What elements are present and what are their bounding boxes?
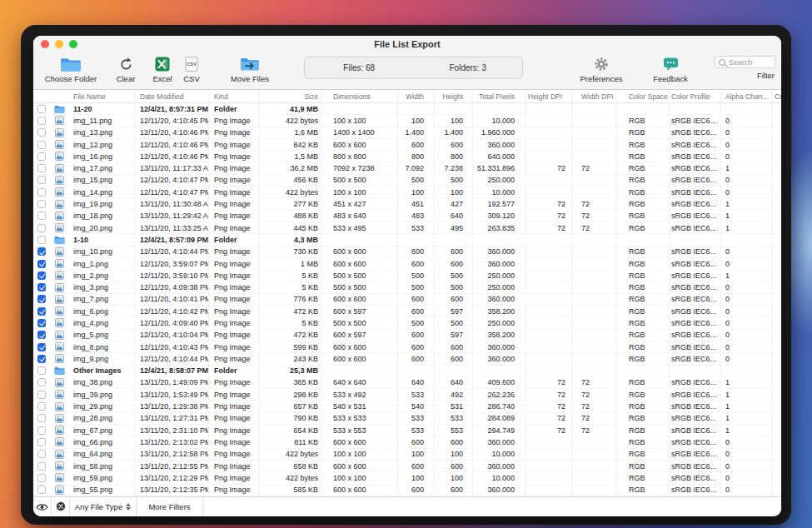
file-row[interactable]: img_19.png13/11/20, 11:30:48 AMPng Image… bbox=[33, 198, 781, 210]
row-checkbox[interactable] bbox=[37, 426, 46, 435]
file-row[interactable]: img_58.png13/11/20, 2:12:55 PMPng Image6… bbox=[33, 461, 781, 472]
row-checkbox[interactable] bbox=[37, 224, 46, 232]
row-checkbox[interactable] bbox=[37, 164, 46, 172]
file-type-dropdown[interactable]: Any File Type bbox=[70, 497, 137, 516]
more-filters-button[interactable]: More Filters bbox=[137, 497, 203, 516]
clear-button[interactable]: Clear bbox=[108, 55, 143, 87]
file-row[interactable]: img_14.png12/11/20, 4:10:47 PMPng Image4… bbox=[33, 187, 781, 198]
row-checkbox[interactable] bbox=[37, 486, 46, 494]
column-header-color-space[interactable]: Color Space bbox=[616, 90, 670, 102]
file-row[interactable]: img_55.png13/11/20, 2:12:35 PMPng Image5… bbox=[33, 485, 781, 496]
row-checkbox[interactable] bbox=[37, 450, 46, 458]
clear-filters-button[interactable] bbox=[52, 497, 70, 516]
file-row[interactable]: img_38.png13/11/20, 1:49:09 PMPng Image3… bbox=[33, 377, 781, 389]
csv-export-button[interactable]: CSV CSV bbox=[177, 55, 207, 87]
visibility-toggle[interactable] bbox=[33, 497, 52, 516]
column-header-col-0[interactable] bbox=[33, 90, 50, 102]
minimize-button[interactable] bbox=[55, 40, 63, 48]
row-checkbox[interactable] bbox=[37, 355, 46, 363]
row-checkbox[interactable] bbox=[37, 247, 46, 256]
row-checkbox[interactable] bbox=[37, 141, 46, 149]
row-checkbox[interactable] bbox=[37, 331, 46, 339]
move-files-button[interactable]: Move Files bbox=[223, 55, 276, 87]
column-header-width[interactable]: Width bbox=[398, 90, 435, 102]
column-header-cr[interactable]: Cr... bbox=[773, 90, 781, 102]
file-row[interactable]: img_8.png12/11/20, 4:10:43 PMPng Image59… bbox=[33, 341, 781, 353]
row-checkbox[interactable] bbox=[37, 152, 46, 161]
file-row[interactable]: img_64.png13/11/20, 2:12:58 PMPng Image4… bbox=[33, 449, 781, 461]
row-checkbox[interactable] bbox=[37, 295, 46, 303]
row-checkbox[interactable] bbox=[37, 236, 46, 244]
row-checkbox[interactable] bbox=[37, 438, 46, 446]
file-row[interactable]: img_7.png12/11/20, 4:10:41 PMPng Image77… bbox=[33, 294, 781, 306]
choose-folder-button[interactable]: Choose Folder bbox=[42, 55, 100, 87]
file-row[interactable]: img_1.png12/11/20, 3:59:07 PMPng Image1 … bbox=[33, 258, 781, 270]
column-header-size[interactable]: Size bbox=[260, 90, 321, 102]
zoom-button[interactable] bbox=[69, 40, 77, 48]
row-checkbox[interactable] bbox=[37, 128, 46, 137]
file-row[interactable]: img_18.png13/11/20, 11:29:42 AMPng Image… bbox=[33, 211, 781, 222]
row-checkbox[interactable] bbox=[37, 474, 46, 482]
row-checkbox[interactable] bbox=[37, 414, 46, 422]
file-row[interactable]: img_4.png12/11/20, 4:09:40 PMPng Image5 … bbox=[33, 317, 781, 329]
file-row[interactable]: img_39.png13/11/20, 1:53:49 PMPng Image2… bbox=[33, 389, 781, 401]
file-row[interactable]: img_2.png12/11/20, 3:59:10 PMPng Image5 … bbox=[33, 270, 781, 281]
row-checkbox[interactable] bbox=[37, 343, 46, 351]
file-row[interactable]: img_16.png12/11/20, 4:10:46 PMPng Image1… bbox=[33, 151, 781, 162]
column-header-total-pixels[interactable]: Total Pixels bbox=[473, 90, 526, 102]
row-checkbox[interactable] bbox=[37, 117, 46, 125]
file-row[interactable]: img_67.png13/11/20, 2:31:10 PMPng Image6… bbox=[33, 425, 781, 436]
row-checkbox[interactable] bbox=[37, 378, 46, 386]
column-header-height-dpi[interactable]: Height DPI bbox=[526, 90, 573, 102]
row-checkbox[interactable] bbox=[37, 402, 46, 411]
row-checkbox[interactable] bbox=[37, 366, 46, 375]
file-row[interactable]: img_6.png12/11/20, 4:10:42 PMPng Image47… bbox=[33, 306, 781, 317]
row-checkbox[interactable] bbox=[37, 105, 46, 113]
folder-row[interactable]: 1-1012/4/21, 8:57:09 PMFolder4,3 MB bbox=[33, 234, 781, 246]
file-row[interactable]: img_3.png12/11/20, 4:09:38 PMPng Image5 … bbox=[33, 281, 781, 293]
preferences-button[interactable]: Preferences bbox=[575, 55, 628, 87]
column-header-alpha-chan[interactable]: Alpha Chan... bbox=[721, 90, 773, 102]
row-checkbox[interactable] bbox=[37, 307, 46, 316]
file-row[interactable]: img_9.png12/11/20, 4:10:44 PMPng Image24… bbox=[33, 353, 781, 365]
row-checkbox[interactable] bbox=[37, 176, 46, 184]
file-row[interactable]: img_17.png13/11/20, 11:17:33 AMPng Image… bbox=[33, 162, 781, 174]
file-row[interactable]: img_59.png13/11/20, 2:12:29 PMPng Image4… bbox=[33, 472, 781, 484]
row-checkbox[interactable] bbox=[37, 200, 46, 208]
file-row[interactable]: img_20.png13/11/20, 11:33:25 AMPng Image… bbox=[33, 222, 781, 234]
cell-size: 422 bytes bbox=[260, 115, 321, 126]
file-row[interactable]: img_5.png12/11/20, 4:10:04 PMPng Image47… bbox=[33, 330, 781, 341]
cell-width bbox=[398, 234, 435, 245]
column-header-kind[interactable]: Kind bbox=[209, 90, 260, 102]
file-row[interactable]: img_29.png13/11/20, 1:29:38 PMPng Image6… bbox=[33, 401, 781, 412]
column-header-file-name[interactable]: File Name bbox=[68, 90, 135, 102]
row-checkbox[interactable] bbox=[37, 188, 46, 197]
file-row[interactable]: img_15.png12/11/20, 4:10:47 PMPng Image4… bbox=[33, 175, 781, 187]
row-checkbox[interactable] bbox=[37, 391, 46, 399]
row-checkbox[interactable] bbox=[37, 319, 46, 327]
excel-export-button[interactable]: Excel bbox=[148, 55, 177, 87]
file-row[interactable]: img_12.png12/11/20, 4:10:46 PMPng Image8… bbox=[33, 139, 781, 151]
row-checkbox[interactable] bbox=[37, 271, 46, 280]
column-header-dimensions[interactable]: Dimensions bbox=[321, 90, 398, 102]
file-row[interactable]: img_10.png12/11/20, 4:10:44 PMPng Image7… bbox=[33, 247, 781, 258]
cell-dims: 533 x 533 bbox=[321, 413, 398, 424]
row-checkbox[interactable] bbox=[37, 283, 46, 291]
row-checkbox[interactable] bbox=[37, 260, 46, 268]
file-row[interactable]: img_11.png12/11/20, 4:10:45 PMPng Image4… bbox=[33, 115, 781, 127]
column-header-col-1[interactable] bbox=[50, 90, 68, 102]
column-header-width-dpi[interactable]: Width DPI bbox=[573, 90, 616, 102]
folder-row[interactable]: Other Images12/4/21, 8:58:07 PMFolder25,… bbox=[33, 366, 781, 377]
search-input[interactable]: Search bbox=[715, 56, 776, 68]
folder-row[interactable]: 11-2012/4/21, 8:57:31 PMFolder41,9 MB bbox=[33, 103, 781, 115]
column-header-color-profile[interactable]: Color Profile bbox=[670, 90, 721, 102]
feedback-button[interactable]: Feedback bbox=[647, 55, 694, 87]
row-checkbox[interactable] bbox=[37, 212, 46, 220]
row-checkbox[interactable] bbox=[37, 462, 46, 471]
column-header-height[interactable]: Height bbox=[435, 90, 473, 102]
file-row[interactable]: img_66.png13/11/20, 2:13:02 PMPng Image8… bbox=[33, 436, 781, 448]
file-row[interactable]: img_13.png12/11/20, 4:10:46 PMPng Image1… bbox=[33, 127, 781, 139]
file-row[interactable]: img_28.png13/11/20, 1:27:31 PMPng Image7… bbox=[33, 413, 781, 425]
close-button[interactable] bbox=[41, 40, 49, 48]
column-header-date-modified[interactable]: Date Modified bbox=[135, 90, 209, 102]
